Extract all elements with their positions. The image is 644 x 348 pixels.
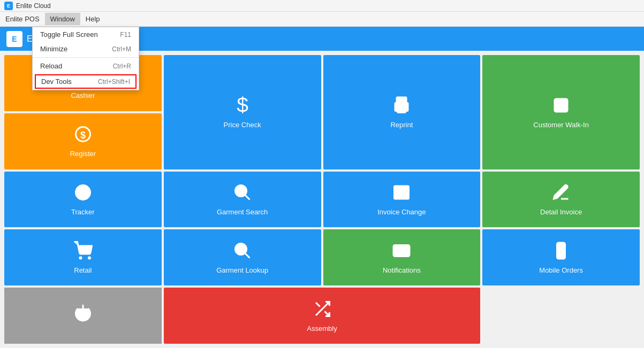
menu-enlite-pos[interactable]: Enlite POS	[0, 13, 45, 25]
svg-point-23	[235, 243, 246, 254]
assembly-tile[interactable]: Assembly	[164, 288, 481, 344]
app-icon: E	[4, 2, 13, 10]
square-icon	[551, 96, 571, 118]
printer-icon	[392, 96, 411, 118]
toggle-fullscreen-item[interactable]: Toggle Full Screen F11	[33, 27, 139, 42]
envelope-icon	[392, 241, 411, 263]
svg-rect-11	[555, 99, 567, 112]
reload-label: Reload	[40, 62, 62, 70]
shuffle-icon	[313, 299, 332, 321]
dev-tools-shortcut: Ctrl+Shift+I	[98, 78, 130, 86]
dev-tools-item[interactable]: Dev Tools Ctrl+Shift+I	[35, 74, 137, 89]
svg-line-24	[245, 253, 249, 258]
reprint-tile[interactable]: Reprint	[323, 55, 481, 169]
menu-bar: Enlite POS Window Help	[0, 12, 644, 27]
window-dropdown: Toggle Full Screen F11 Minimize Ctrl+M R…	[32, 27, 139, 90]
svg-point-15	[235, 185, 246, 196]
svg-point-21	[80, 257, 81, 259]
svg-text:$: $	[237, 96, 248, 115]
svg-point-22	[88, 257, 90, 259]
toggle-fullscreen-shortcut: F11	[120, 31, 131, 38]
retail-label: Retail	[74, 266, 92, 274]
search-icon	[233, 183, 252, 205]
reload-item[interactable]: Reload Ctrl+R	[33, 59, 139, 73]
garment-search-tile[interactable]: Garment Search	[164, 172, 321, 228]
toggle-fullscreen-label: Toggle Full Screen	[40, 30, 98, 38]
reload-shortcut: Ctrl+R	[113, 63, 131, 70]
price-check-label: Price Check	[224, 121, 261, 129]
minimize-item[interactable]: Minimize Ctrl+M	[33, 42, 139, 56]
app-header-icon: E	[6, 31, 22, 47]
mobile-orders-tile[interactable]: Mobile Orders	[482, 229, 640, 285]
dollar-icon: $	[233, 96, 252, 118]
title-bar-text: Enlite Cloud	[16, 2, 51, 10]
power-tile[interactable]	[4, 288, 162, 344]
customer-walkin-tile[interactable]: Customer Walk-In	[482, 55, 640, 169]
tile-grid: Cashier $ Register $ Price Check	[0, 51, 644, 348]
register-icon: $	[73, 125, 93, 146]
dropdown-separator-1	[33, 57, 139, 58]
title-bar: E Enlite Cloud	[0, 0, 644, 12]
notifications-label: Notifications	[383, 266, 421, 274]
dev-tools-label: Dev Tools	[41, 78, 72, 86]
power-icon	[73, 303, 93, 325]
reprint-label: Reprint	[390, 121, 413, 129]
detail-invoice-tile[interactable]: Detail Invoice	[482, 172, 640, 228]
notifications-tile[interactable]: Notifications	[323, 229, 481, 285]
list-icon	[392, 183, 411, 205]
svg-rect-7	[397, 97, 406, 103]
customer-walkin-label: Customer Walk-In	[533, 121, 589, 129]
main-content: Cashier $ Register $ Price Check	[0, 51, 644, 348]
minimize-label: Minimize	[40, 45, 67, 53]
tracker-tile[interactable]: Tracker	[4, 172, 162, 228]
svg-line-16	[245, 195, 249, 199]
svg-point-10	[405, 105, 406, 107]
minimize-shortcut: Ctrl+M	[112, 45, 131, 53]
garment-lookup-tile[interactable]: Garment Lookup	[164, 229, 321, 285]
assembly-label: Assembly	[307, 324, 337, 332]
svg-text:$: $	[80, 130, 86, 141]
cart-icon	[73, 241, 93, 263]
garment-search-label: Garment Search	[217, 208, 268, 216]
invoice-change-tile[interactable]: Invoice Change	[323, 172, 481, 228]
edit-icon	[551, 183, 571, 205]
menu-help[interactable]: Help	[80, 13, 105, 25]
price-check-tile[interactable]: $ Price Check	[164, 55, 321, 169]
retail-tile[interactable]: Retail	[4, 229, 162, 285]
svg-rect-9	[398, 107, 406, 113]
garment-lookup-search-icon	[233, 241, 252, 263]
cashier-label: Cashier	[71, 91, 95, 99]
menu-window[interactable]: Window	[45, 13, 80, 25]
mobile-icon	[551, 241, 571, 263]
detail-invoice-label: Detail Invoice	[540, 208, 582, 216]
mobile-orders-label: Mobile Orders	[539, 266, 583, 274]
svg-line-31	[316, 303, 320, 307]
garment-lookup-label: Garment Lookup	[216, 266, 268, 274]
invoice-change-label: Invoice Change	[377, 208, 426, 216]
globe-icon	[73, 183, 93, 205]
register-tile[interactable]: $ Register	[4, 113, 162, 169]
register-label: Register	[70, 150, 96, 158]
tracker-label: Tracker	[71, 208, 95, 216]
